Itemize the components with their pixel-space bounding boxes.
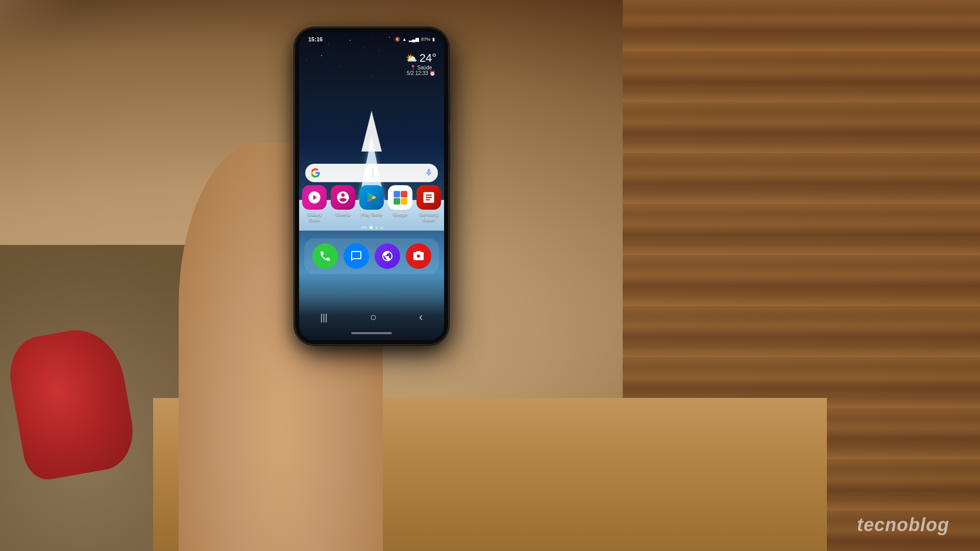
google-search-bar[interactable]	[305, 164, 438, 182]
dock-messages-icon[interactable]	[344, 243, 369, 269]
location-pin-icon: 📍	[410, 65, 416, 70]
status-time: 15:16	[308, 36, 323, 42]
google-g-icon	[310, 168, 321, 178]
svg-rect-2	[394, 198, 400, 205]
galaxy-store-icon	[302, 185, 327, 210]
galaxy-store-label: GalaxyStore	[307, 212, 322, 223]
play-store-label: Play Store	[361, 212, 382, 217]
volume-button[interactable]	[448, 130, 450, 171]
nav-recent-button[interactable]: |||	[321, 312, 328, 323]
app-item-galaxy-store[interactable]: GalaxyStore	[302, 185, 327, 223]
app-item-google[interactable]: Google	[388, 185, 412, 223]
weather-widget: ⛅ 24° 📍 Saúde 5/2 12:33 ⏰	[406, 52, 436, 76]
camera-notch	[369, 36, 374, 41]
weather-temperature: 24°	[420, 52, 436, 65]
dot-1	[370, 226, 373, 229]
nav-back-button[interactable]: ‹	[419, 311, 423, 324]
nav-bar: ||| ○ ‹	[299, 307, 444, 328]
weather-date: 5/2 12:33 ⏰	[406, 70, 436, 76]
watermark: tecnoblog	[857, 514, 949, 536]
dock	[304, 238, 439, 274]
nav-indicator	[351, 332, 392, 334]
app-item-samsung-notes[interactable]: SamsungNotes	[416, 185, 441, 223]
phone-frame: 15:16 🔇 ▲ ▂▄▆ 87% ▮ ⛅ 24° 📍 Saúde	[295, 28, 448, 344]
app-item-play-store[interactable]: Play Store	[359, 185, 384, 223]
svg-rect-1	[401, 191, 407, 198]
battery-text: 87%	[421, 37, 430, 42]
weather-sun-icon: ⛅	[406, 53, 417, 64]
power-button[interactable]	[448, 94, 450, 122]
wifi-icon: ▲	[402, 37, 407, 42]
nav-home-button[interactable]: ○	[370, 311, 377, 324]
dock-browser-icon[interactable]	[375, 243, 400, 269]
google-icon	[388, 185, 412, 210]
dot-0	[361, 227, 367, 229]
svg-rect-0	[394, 191, 400, 198]
samsung-notes-label: SamsungNotes	[419, 212, 438, 223]
dock-phone-icon[interactable]	[312, 243, 338, 269]
google-label: Google	[393, 212, 407, 217]
samsung-notes-icon	[416, 185, 441, 210]
app-grid: GalaxyStore Galeria	[299, 185, 444, 223]
signal-icon: ▂▄▆	[409, 37, 419, 42]
dot-3	[380, 227, 383, 229]
svg-rect-3	[401, 198, 407, 205]
page-dots	[299, 226, 444, 229]
search-divider	[373, 168, 373, 178]
play-store-icon	[359, 185, 384, 210]
dock-camera-icon[interactable]	[406, 243, 431, 269]
app-item-galeria[interactable]: Galeria	[331, 185, 355, 223]
alarm-icon: ⏰	[429, 70, 435, 76]
dot-2	[375, 227, 378, 229]
galeria-icon	[331, 185, 355, 210]
weather-location: 📍 Saúde	[406, 65, 436, 70]
phone-screen: 15:16 🔇 ▲ ▂▄▆ 87% ▮ ⛅ 24° 📍 Saúde	[299, 32, 444, 340]
mute-icon: 🔇	[395, 37, 400, 42]
galeria-label: Galeria	[335, 212, 350, 217]
phone-wrapper: 15:16 🔇 ▲ ▂▄▆ 87% ▮ ⛅ 24° 📍 Saúde	[295, 28, 448, 344]
mic-icon[interactable]	[425, 168, 433, 178]
battery-icon: ▮	[432, 37, 435, 42]
status-icons: 🔇 ▲ ▂▄▆ 87% ▮	[395, 37, 435, 42]
